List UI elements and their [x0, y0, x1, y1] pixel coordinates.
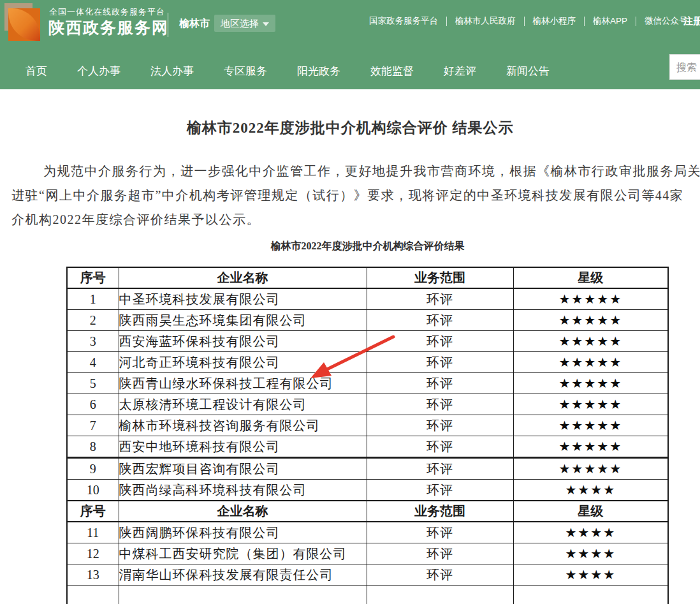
search-box	[669, 54, 700, 80]
cell-name: 西安海蓝环保科技有限公司	[119, 331, 367, 352]
chevron-down-icon	[263, 22, 269, 26]
link-city-app[interactable]: 榆林APP	[593, 15, 627, 27]
table-header-row: 序号企业名称业务范围星级	[67, 501, 668, 522]
cell-stars: ★★★★★	[513, 310, 668, 331]
column-header: 星级	[513, 501, 668, 522]
table-row: 6太原核清环境工程设计有限公司环评★★★★★	[67, 394, 668, 415]
cell-stars: ★★★★★	[513, 415, 668, 436]
cell-name: 陕西宏辉项目咨询有限公司	[119, 458, 367, 480]
cell-no: 1	[67, 288, 119, 310]
link-national-platform[interactable]: 国家政务服务平台	[369, 15, 438, 27]
cell-empty	[119, 586, 367, 604]
cell-no: 11	[67, 522, 119, 543]
main-nav: 首页 个人办事 法人办事 专区服务 阳光政务 效能监督 好差评 新闻公告	[0, 53, 700, 89]
site-name: 陕西政务服务网	[48, 17, 169, 38]
paragraph-line: 为规范中介服务行为，进一步强化中介监管工作，更好地提升我市营商环境，根据《榆林市…	[11, 159, 700, 183]
table-row: 7榆林市环境科技咨询服务有限公司环评★★★★★	[67, 415, 668, 436]
cell-scope: 环评	[367, 394, 513, 415]
cell-name: 太原核清环境工程设计有限公司	[119, 394, 367, 415]
table-row: 4河北奇正环境科技有限公司环评★★★★★	[67, 352, 668, 373]
column-header: 企业名称	[119, 501, 367, 522]
evaluation-table-body: 序号企业名称业务范围星级1中圣环境科技发展有限公司环评★★★★★2陕西雨昊生态环…	[67, 267, 668, 604]
cell-scope: 环评	[367, 373, 513, 394]
nav-item-zone-services[interactable]: 专区服务	[224, 64, 267, 78]
region-selector-button[interactable]: 地区选择	[214, 15, 275, 32]
column-header: 企业名称	[119, 267, 367, 288]
column-header: 业务范围	[367, 267, 513, 288]
main-content: 榆林市2022年度涉批中介机构综合评价 结果公示 为规范中介服务行为，进一步强化…	[0, 118, 700, 604]
platform-label: 全国一体化在线政务服务平台	[49, 6, 165, 18]
table-row: 5陕西青山绿水环保科技工程有限公司环评★★★★★	[67, 373, 668, 394]
nav-item-home[interactable]: 首页	[26, 64, 47, 78]
table-wrap: 序号企业名称业务范围星级1中圣环境科技发展有限公司环评★★★★★2陕西雨昊生态环…	[0, 267, 700, 604]
register-link[interactable]: 注册	[683, 15, 700, 27]
nav-item-rating[interactable]: 好差评	[444, 64, 476, 78]
table-row-partial	[67, 586, 668, 604]
cell-scope: 环评	[367, 331, 513, 352]
link-mini-program[interactable]: 榆林小程序	[533, 15, 576, 27]
nav-item-open-gov[interactable]: 阳光政务	[297, 64, 340, 78]
link-separator	[584, 17, 585, 26]
table-row: 3西安海蓝环保科技有限公司环评★★★★★	[67, 331, 668, 352]
cell-no: 8	[67, 436, 119, 458]
cell-no: 13	[67, 564, 119, 586]
column-header: 序号	[67, 501, 119, 522]
nav-item-efficiency[interactable]: 效能监督	[370, 64, 414, 78]
cell-stars: ★★★★	[513, 522, 668, 543]
table-row: 10陕西尚绿高科环境科技有限公司环评★★★★	[67, 480, 668, 501]
link-wechat-account[interactable]: 微信公众号	[645, 15, 688, 27]
table-caption: 榆林市2022年度涉批中介机构综合评价结果	[0, 240, 700, 253]
top-links: 国家政务服务平台 榆林市人民政府 榆林小程序 榆林APP 微信公众号	[369, 15, 688, 27]
paragraph-line: 介机构2022年度综合评价结果予以公示。	[11, 207, 700, 232]
cell-scope: 环评	[367, 564, 513, 586]
cell-no: 5	[67, 373, 119, 394]
cell-stars: ★★★★	[513, 564, 668, 586]
cell-scope: 环评	[367, 288, 513, 310]
search-input[interactable]	[675, 55, 700, 80]
current-city-label: 榆林市	[179, 17, 210, 31]
cell-empty	[367, 586, 513, 604]
cell-no: 9	[67, 458, 119, 480]
cell-no: 7	[67, 415, 119, 436]
announcement-paragraph: 为规范中介服务行为，进一步强化中介监管工作，更好地提升我市营商环境，根据《榆林市…	[0, 159, 700, 232]
cell-stars: ★★★★★	[513, 331, 668, 352]
site-header: 全国一体化在线政务服务平台 陕西政务服务网 榆林市 地区选择 国家政务服务平台 …	[0, 0, 700, 89]
cell-name: 西安中地环境科技有限公司	[119, 436, 367, 458]
link-city-government[interactable]: 榆林市人民政府	[455, 15, 516, 27]
cell-name: 陕西阔鹏环保科技有限公司	[119, 522, 367, 543]
cell-scope: 环评	[367, 436, 513, 458]
cell-no: 12	[67, 543, 119, 564]
cell-name: 中圣环境科技发展有限公司	[119, 288, 367, 310]
page: 全国一体化在线政务服务平台 陕西政务服务网 榆林市 地区选择 国家政务服务平台 …	[0, 0, 700, 604]
cell-stars: ★★★★★	[513, 394, 668, 415]
cell-scope: 环评	[367, 543, 513, 564]
table-row: 2陕西雨昊生态环境集团有限公司环评★★★★★	[67, 310, 668, 331]
site-logo-icon[interactable]	[4, 3, 44, 43]
cell-no: 2	[67, 310, 119, 331]
cell-no: 3	[67, 331, 119, 352]
cell-stars: ★★★★★	[513, 373, 668, 394]
cell-no: 4	[67, 352, 119, 373]
cell-stars: ★★★★	[513, 480, 668, 501]
cell-no: 6	[67, 394, 119, 415]
nav-item-legal-person[interactable]: 法人办事	[150, 64, 194, 78]
cell-name: 陕西尚绿高科环境科技有限公司	[119, 480, 367, 501]
cell-name: 陕西青山绿水环保科技工程有限公司	[119, 373, 367, 394]
table-row: 13渭南华山环保科技发展有限责任公司环评★★★★	[67, 564, 668, 586]
cell-scope: 环评	[367, 415, 513, 436]
paragraph-line: 进驻“网上中介服务超市”中介机构考评管理规定（试行）》要求，现将评定的中圣环境科…	[11, 183, 700, 207]
region-selector-label: 地区选择	[221, 15, 259, 32]
table-row: 12中煤科工西安研究院（集团）有限公司环评★★★★	[67, 543, 668, 564]
cell-stars: ★★★★★	[513, 458, 668, 480]
cell-scope: 环评	[367, 310, 513, 331]
page-title: 榆林市2022年度涉批中介机构综合评价 结果公示	[0, 118, 700, 138]
cell-stars: ★★★★★	[513, 436, 668, 458]
column-header: 序号	[67, 267, 119, 288]
nav-item-news[interactable]: 新闻公告	[506, 64, 550, 78]
table-header-row: 序号企业名称业务范围星级	[67, 267, 668, 288]
nav-item-personal[interactable]: 个人办事	[77, 64, 120, 78]
cell-name: 榆林市环境科技咨询服务有限公司	[119, 415, 367, 436]
table-row: 9陕西宏辉项目咨询有限公司环评★★★★★	[67, 458, 668, 480]
link-separator	[446, 17, 447, 26]
cell-stars: ★★★★	[513, 543, 668, 564]
